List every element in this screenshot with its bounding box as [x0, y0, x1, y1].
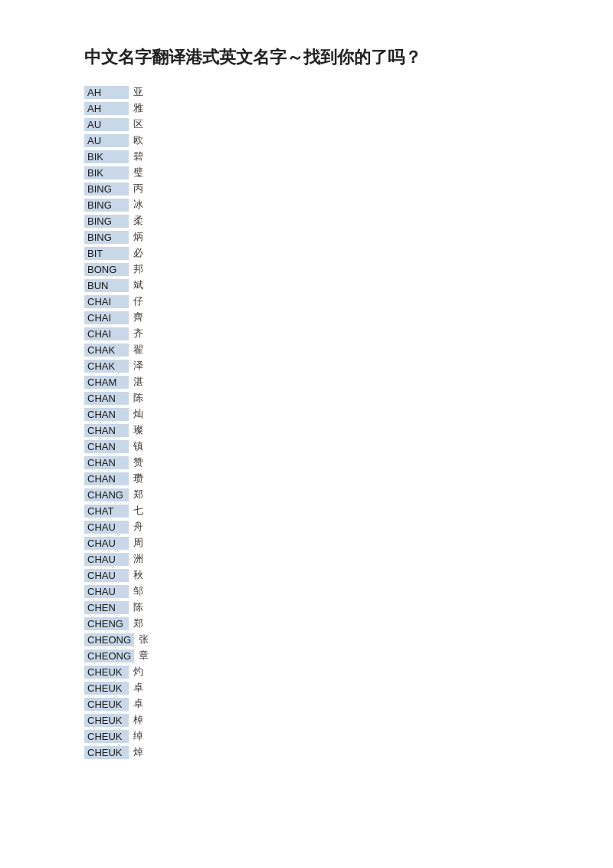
romanized-name: CHAU: [84, 585, 129, 598]
chinese-name: 仔: [133, 294, 143, 308]
chinese-name: 湛: [133, 375, 143, 389]
romanized-name: BING: [84, 215, 129, 228]
page-title: 中文名字翻译港式英文名字～找到你的了吗？: [84, 46, 582, 69]
romanized-name: BONG: [84, 263, 129, 276]
list-item: CHEONG张: [84, 633, 582, 646]
romanized-name: CHAN: [84, 408, 129, 421]
romanized-name: CHAN: [84, 472, 129, 485]
chinese-name: 焯: [133, 745, 143, 759]
chinese-name: 亚: [133, 85, 143, 99]
list-item: CHEUK焯: [84, 745, 582, 759]
chinese-name: 炳: [133, 230, 143, 244]
list-item: CHAN璨: [84, 423, 582, 437]
list-item: BING冰: [84, 198, 582, 212]
list-item: AU区: [84, 117, 582, 131]
chinese-name: 棹: [133, 713, 143, 727]
romanized-name: CHEUK: [84, 698, 129, 711]
romanized-name: AH: [84, 86, 129, 99]
list-item: CHANG郑: [84, 488, 582, 501]
romanized-name: CHAU: [84, 521, 129, 534]
chinese-name: 必: [133, 246, 143, 260]
chinese-name: 邹: [133, 584, 143, 598]
list-item: CHAU周: [84, 536, 582, 550]
name-list: AH亚AH雅AU区AU欧BIK碧BIK璧BING丙BING冰BING柔BING炳…: [84, 84, 582, 760]
chinese-name: 周: [133, 536, 143, 550]
list-item: CHEUK卓: [84, 681, 582, 695]
romanized-name: CHEUK: [84, 682, 129, 695]
romanized-name: CHAI: [84, 327, 129, 340]
list-item: CHAU舟: [84, 520, 582, 534]
romanized-name: BIK: [84, 150, 129, 163]
list-item: CHAK翟: [84, 343, 582, 357]
romanized-name: CHEUK: [84, 714, 129, 727]
romanized-name: CHAK: [84, 360, 129, 373]
list-item: CHEN陈: [84, 600, 582, 614]
list-item: AU欧: [84, 133, 582, 147]
romanized-name: CHAU: [84, 537, 129, 550]
chinese-name: 翟: [133, 343, 143, 357]
romanized-name: AH: [84, 102, 129, 115]
romanized-name: BUN: [84, 279, 129, 292]
list-item: CHAU洲: [84, 552, 582, 566]
romanized-name: CHAN: [84, 424, 129, 437]
romanized-name: BING: [84, 231, 129, 244]
chinese-name: 舟: [133, 520, 143, 534]
chinese-name: 雅: [133, 101, 143, 115]
romanized-name: CHAN: [84, 456, 129, 469]
romanized-name: CHAN: [84, 392, 129, 405]
romanized-name: BING: [84, 199, 129, 212]
list-item: CHAN灿: [84, 407, 582, 421]
chinese-name: 灿: [133, 407, 143, 421]
romanized-name: CHEUK: [84, 666, 129, 679]
list-item: CHEUK棹: [84, 713, 582, 727]
chinese-name: 卓: [133, 681, 143, 695]
chinese-name: 郑: [133, 488, 143, 501]
chinese-name: 泽: [133, 359, 143, 373]
romanized-name: CHAI: [84, 295, 129, 308]
chinese-name: 张: [139, 633, 149, 646]
list-item: CHAT七: [84, 504, 582, 518]
romanized-name: CHAM: [84, 376, 129, 389]
list-item: CHAN赞: [84, 455, 582, 469]
chinese-name: 冰: [133, 198, 143, 212]
chinese-name: 陈: [133, 391, 143, 405]
romanized-name: BING: [84, 182, 129, 196]
romanized-name: CHAI: [84, 311, 129, 324]
list-item: BIT必: [84, 246, 582, 260]
list-item: BIK璧: [84, 166, 582, 179]
list-item: CHAK泽: [84, 359, 582, 373]
list-item: AH亚: [84, 85, 582, 99]
chinese-name: 七: [133, 504, 143, 518]
romanized-name: BIK: [84, 166, 129, 179]
chinese-name: 齐: [133, 327, 143, 340]
chinese-name: 郑: [133, 616, 143, 630]
chinese-name: 邦: [133, 262, 143, 276]
chinese-name: 洲: [133, 552, 143, 566]
list-item: CHEUK灼: [84, 665, 582, 679]
list-item: CHAN镇: [84, 439, 582, 453]
chinese-name: 璨: [133, 423, 143, 437]
list-item: BONG邦: [84, 262, 582, 276]
romanized-name: CHEONG: [84, 633, 134, 646]
romanized-name: AU: [84, 134, 129, 147]
list-item: BIK碧: [84, 150, 582, 163]
list-item: CHENG郑: [84, 616, 582, 630]
chinese-name: 绰: [133, 729, 143, 743]
list-item: CHAN瓒: [84, 472, 582, 485]
list-item: CHAI仔: [84, 294, 582, 308]
list-item: CHAN陈: [84, 391, 582, 405]
chinese-name: 秋: [133, 568, 143, 582]
romanized-name: CHEUK: [84, 746, 129, 759]
list-item: BING炳: [84, 230, 582, 244]
romanized-name: CHAU: [84, 553, 129, 566]
chinese-name: 欧: [133, 133, 143, 147]
romanized-name: CHEUK: [84, 730, 129, 743]
romanized-name: BIT: [84, 247, 129, 260]
chinese-name: 灼: [133, 665, 143, 679]
romanized-name: CHEN: [84, 601, 129, 614]
chinese-name: 区: [133, 117, 143, 131]
chinese-name: 镇: [133, 439, 143, 453]
romanized-name: AU: [84, 118, 129, 131]
list-item: BING丙: [84, 182, 582, 196]
list-item: CHAM湛: [84, 375, 582, 389]
